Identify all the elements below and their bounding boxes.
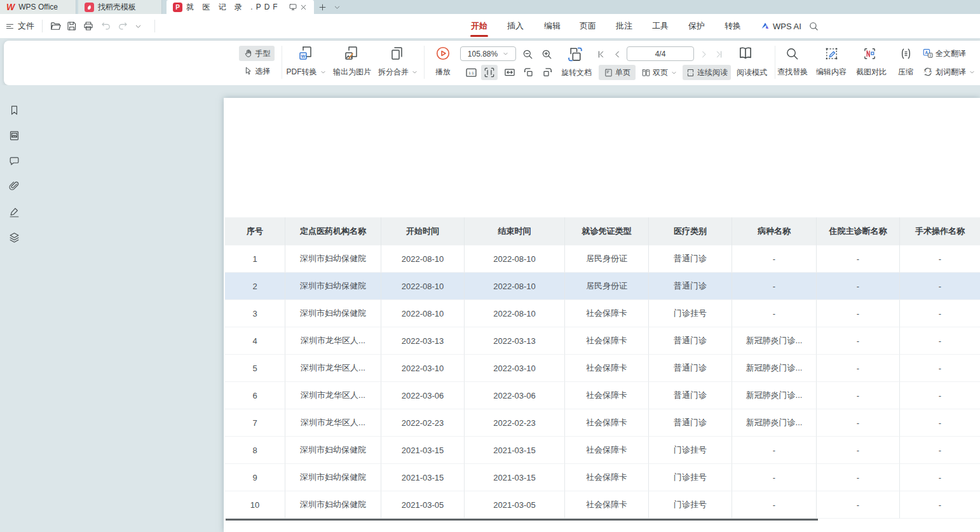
pdf-convert-button[interactable]: PDF转换: [282, 65, 330, 79]
folder-open-icon: [50, 20, 62, 32]
table-cell: 社会保障卡: [565, 327, 649, 355]
table-cell: 普通门诊: [649, 355, 732, 382]
rotate-document-button[interactable]: 旋转文档: [557, 65, 596, 80]
wps-logo-icon: W: [6, 3, 15, 11]
edit-content-button[interactable]: 编辑内容: [814, 65, 848, 79]
menu-tab-tools[interactable]: 工具: [646, 14, 674, 38]
table-cell: 深圳市龙华区人...: [285, 355, 381, 382]
continuous-read-button[interactable]: 连续阅读: [683, 65, 731, 80]
fit-page-button[interactable]: [481, 65, 498, 80]
close-tab-icon[interactable]: [299, 3, 308, 11]
undo-button[interactable]: [100, 14, 112, 38]
swap-pages-icon[interactable]: [566, 44, 585, 64]
menu-tab-insert[interactable]: 插入: [501, 14, 529, 38]
menu-tab-page[interactable]: 页面: [574, 14, 602, 38]
pen-icon: [8, 206, 20, 218]
open-file-button[interactable]: [50, 14, 62, 38]
table-cell: -: [900, 491, 980, 519]
fit-width-button[interactable]: [501, 65, 518, 80]
bookmark-panel-button[interactable]: [8, 104, 21, 117]
export-image-button[interactable]: 输出为图片: [329, 65, 375, 79]
table-cell: 2022-03-06: [465, 382, 565, 409]
redo-button[interactable]: [117, 14, 128, 38]
menu-tab-convert[interactable]: 转换: [719, 14, 747, 38]
find-replace-button[interactable]: 查找替换: [775, 65, 810, 79]
table-cell: 3: [225, 300, 285, 327]
menu-tab-home[interactable]: 开始: [465, 14, 493, 38]
table-cell: -: [817, 245, 900, 273]
menu-tab-edit[interactable]: 编辑: [538, 14, 566, 38]
table-cell: 居民身份证: [565, 245, 649, 273]
first-page-button[interactable]: [595, 48, 606, 60]
col-header: 手术操作名称: [900, 217, 980, 245]
image-icon: [8, 130, 20, 142]
single-page-button[interactable]: 单页: [599, 65, 636, 80]
prev-page-button[interactable]: [611, 48, 623, 60]
table-row: 5深圳市龙华区人...2022-03-102022-03-10社会保障卡普通门诊…: [225, 355, 980, 382]
table-cell: 2022-03-10: [465, 355, 565, 382]
double-page-button[interactable]: 双页: [639, 65, 679, 80]
table-cell: 5: [225, 355, 285, 382]
svg-text:A: A: [925, 50, 929, 55]
menu-search-button[interactable]: [808, 14, 819, 38]
word-translate-button[interactable]: A文 划词翻译: [922, 65, 980, 79]
layers-panel-button[interactable]: [8, 231, 21, 244]
hand-tool-button[interactable]: 手型: [239, 46, 275, 61]
table-cell: 新冠肺炎门诊...: [732, 355, 817, 382]
rotate-right-button[interactable]: [540, 65, 555, 80]
screenshot-compare-button[interactable]: 截图对比: [854, 65, 888, 79]
attachment-panel-button[interactable]: [8, 181, 21, 193]
col-header: 就诊凭证类型: [565, 217, 649, 245]
table-cell: -: [732, 437, 817, 464]
table-cell: 社会保障卡: [565, 382, 649, 409]
table-cell: 社会保障卡: [565, 491, 649, 519]
cursor-icon: [243, 66, 254, 76]
table-cell: 2021-03-15: [465, 437, 565, 464]
tab-docer-templates[interactable]: 找稻壳模板: [78, 0, 162, 14]
tab-list-chevron-icon[interactable]: [334, 4, 341, 11]
menu-tab-comment[interactable]: 批注: [610, 14, 638, 38]
table-cell: 2022-02-23: [465, 409, 565, 437]
print-button[interactable]: [83, 14, 94, 38]
page-number-input[interactable]: 4/4: [627, 46, 694, 61]
signature-panel-button[interactable]: [8, 206, 21, 219]
screenshot-compare-icon: [861, 44, 878, 62]
zoom-out-button[interactable]: [521, 47, 534, 61]
actual-size-button[interactable]: 1:1: [463, 65, 479, 80]
compress-button[interactable]: 压缩: [894, 65, 917, 79]
table-cell: 深圳市龙华区人...: [285, 382, 381, 409]
table-cell: 2022-03-13: [465, 327, 565, 355]
tab-wps-office[interactable]: W WPS Office: [0, 0, 76, 14]
select-tool-button[interactable]: 选择: [239, 64, 275, 79]
full-translate-button[interactable]: A文 全文翻译: [922, 46, 978, 60]
chevron-down-icon: [671, 70, 677, 76]
next-page-button[interactable]: [698, 48, 709, 60]
tab-document-active[interactable]: P 就 医 记 录 .PDF: [167, 0, 314, 14]
zoom-in-button[interactable]: [540, 47, 554, 61]
play-button[interactable]: 播放: [428, 65, 458, 79]
last-page-button[interactable]: [713, 48, 725, 60]
rotate-left-button[interactable]: [521, 65, 536, 80]
undo-redo-chevron-icon[interactable]: [135, 14, 142, 38]
svg-text:W: W: [301, 54, 306, 58]
menu-tab-protect[interactable]: 保护: [683, 14, 711, 38]
comment-panel-button[interactable]: [8, 155, 21, 168]
file-menu-button[interactable]: 文件: [5, 14, 34, 38]
compress-icon: [897, 44, 915, 62]
split-merge-button[interactable]: 拆分合并: [374, 65, 421, 79]
table-cell: 新冠肺炎门诊...: [732, 382, 817, 409]
read-mode-button[interactable]: 阅读模式: [733, 65, 770, 80]
monitor-icon[interactable]: [289, 3, 297, 11]
undo-icon: [100, 20, 112, 32]
table-cell: 2022-03-10: [381, 355, 465, 382]
table-cell: -: [817, 355, 900, 382]
wps-ai-button[interactable]: WPS AI: [760, 14, 801, 38]
new-tab-icon[interactable]: [318, 3, 327, 12]
table-body: 1深圳市妇幼保健院2022-08-102022-08-10居民身份证普通门诊--…: [225, 245, 980, 519]
thumbnail-panel-button[interactable]: [8, 130, 21, 142]
fit-page-icon: [483, 66, 496, 79]
save-button[interactable]: [66, 14, 78, 38]
layers-icon: [8, 231, 20, 243]
table-cell: 深圳市妇幼保健院: [285, 464, 381, 491]
zoom-level-select[interactable]: 105.88%: [460, 46, 516, 61]
